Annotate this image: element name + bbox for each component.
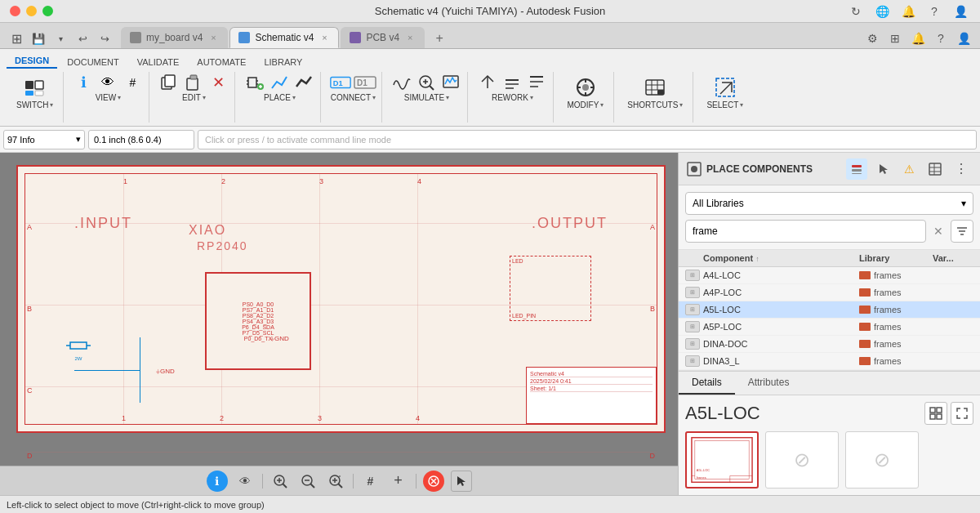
tab-my-board[interactable]: my_board v4 × (121, 27, 228, 48)
rework-annotate-button[interactable] (501, 74, 523, 91)
panel-warning-button[interactable]: ⚠ (898, 158, 920, 180)
col-variant-header[interactable]: Var... (933, 253, 973, 263)
bottom-marker-4: 4 (416, 414, 420, 422)
panel-table-button[interactable] (924, 158, 946, 180)
canvas-zoom-fit-button[interactable] (325, 471, 346, 492)
app-icon[interactable]: ⊞ (7, 29, 26, 48)
details-tab-attributes[interactable]: Attributes (735, 372, 803, 395)
canvas-stop-button[interactable] (423, 471, 444, 492)
ribbon-tab-automate[interactable]: AUTOMATE (189, 56, 254, 69)
wire-v1 (140, 337, 140, 403)
rework-arrow-button[interactable] (476, 74, 499, 91)
refresh-icon[interactable]: ↻ (846, 2, 866, 21)
place-bus-button[interactable] (292, 74, 315, 91)
grid-view-button[interactable]: # (121, 74, 144, 91)
maximize-button[interactable] (42, 6, 53, 16)
tab-schematic[interactable]: Schematic v4 × (229, 27, 339, 48)
ribbon-tab-validate[interactable]: VALIDATE (129, 56, 188, 69)
paste-button[interactable] (182, 74, 205, 91)
comp-row-a4p-loc[interactable]: ⊞ A4P-LOC frames (679, 284, 980, 301)
dropdown-icon[interactable]: ▾ (51, 29, 70, 48)
preview-3d-1[interactable]: ⊘ (765, 431, 839, 488)
preview-schematic[interactable]: A5L-LOC frames (685, 431, 759, 488)
connect-d1-alt-button[interactable]: D1 (354, 74, 376, 91)
svg-rect-43 (657, 90, 664, 95)
place-component-button[interactable] (243, 74, 266, 91)
canvas-select-button[interactable] (451, 471, 472, 492)
close-button[interactable] (10, 6, 20, 16)
profile-tab-icon[interactable]: 👤 (954, 29, 973, 48)
simulate-label: SIMULATE ▾ (404, 93, 449, 102)
svg-rect-81 (695, 441, 749, 480)
details-tab-details[interactable]: Details (679, 372, 735, 395)
panel-cursor-button[interactable] (872, 158, 893, 180)
tab-my-board-close[interactable]: × (207, 32, 219, 43)
canvas-info-button[interactable]: ℹ (207, 471, 228, 492)
switch-button[interactable]: SWITCH ▾ (11, 74, 58, 112)
help-tab-icon[interactable]: ? (931, 29, 951, 48)
details-maximize-button[interactable] (951, 402, 973, 425)
command-input[interactable]: Click or press / to activate command lin… (198, 130, 977, 149)
tab-pcb[interactable]: PCB v4 × (341, 27, 425, 48)
copy-button[interactable] (158, 74, 180, 91)
bell-icon[interactable]: 🔔 (898, 2, 918, 21)
info-selector[interactable]: 97 Info ▾ (3, 130, 85, 149)
settings-icon[interactable]: ⚙ (862, 29, 882, 48)
svg-line-50 (283, 484, 287, 488)
schematic-canvas[interactable]: 1 2 3 4 A B C D A B C D (0, 153, 678, 466)
place-wire-button[interactable] (268, 74, 291, 91)
connect-d1-button[interactable]: D1 (329, 74, 352, 91)
tab-pcb-close[interactable]: × (404, 32, 416, 43)
search-clear-button[interactable]: ✕ (929, 222, 947, 240)
library-dropdown[interactable]: All Libraries ▾ (685, 192, 973, 215)
canvas-grid-button[interactable]: # (360, 471, 381, 492)
comp-row-a5l-loc[interactable]: ⊞ A5L-LOC frames (679, 301, 980, 319)
window-controls[interactable] (10, 6, 53, 16)
rework-erc-button[interactable] (525, 74, 548, 91)
comp-row-a4l-loc[interactable]: ⊞ A4L-LOC frames (679, 267, 980, 284)
canvas-eye-button[interactable]: 👁 (234, 471, 256, 492)
help-icon[interactable]: ? (924, 2, 944, 21)
ribbon-tab-library[interactable]: LIBRARY (256, 56, 310, 69)
redo-icon[interactable]: ↪ (95, 29, 114, 48)
ribbon-tab-design[interactable]: DESIGN (7, 54, 57, 69)
grid-input[interactable]: 0.1 inch (8.6 0.4) (88, 130, 194, 149)
modify-button[interactable]: MODIFY ▾ (562, 74, 608, 112)
modify-icon (574, 76, 597, 99)
comp-lib-a5l: frames (859, 305, 933, 314)
add-tab-button[interactable]: + (430, 29, 449, 48)
comp-row-a5p-loc[interactable]: ⊞ A5P-LOC frames (679, 319, 980, 336)
search-filter-button[interactable] (951, 220, 973, 243)
panel-overflow-button[interactable]: ⋮ (951, 158, 972, 180)
svg-line-54 (310, 484, 314, 488)
delete-button[interactable]: ✕ (207, 74, 229, 91)
save-icon[interactable]: 💾 (29, 29, 48, 48)
canvas-zoom-in-button[interactable] (270, 471, 291, 492)
canvas-plus-button[interactable]: + (388, 471, 409, 492)
info-view-button[interactable]: ℹ (72, 74, 95, 91)
notifications-icon[interactable]: 🔔 (908, 29, 928, 48)
undo-icon[interactable]: ↩ (73, 29, 92, 48)
profile-icon[interactable]: 👤 (951, 2, 970, 21)
simulate-wave-button[interactable] (390, 74, 413, 91)
preview-3d-2[interactable]: ⊘ (845, 431, 919, 488)
select-button[interactable]: SELECT ▾ (702, 74, 748, 112)
row-c-left: C (27, 386, 33, 395)
world-icon[interactable]: 🌐 (872, 2, 892, 21)
simulate-search-button[interactable] (415, 74, 438, 91)
extensions-icon[interactable]: ⊞ (885, 29, 905, 48)
layers-button[interactable]: 👁 (96, 74, 119, 91)
shortcuts-button[interactable]: SHORTCUTS ▾ (622, 74, 688, 112)
comp-row-dina-doc[interactable]: ⊞ DINA-DOC frames (679, 336, 980, 353)
search-box[interactable]: frame (685, 220, 926, 243)
canvas-zoom-out-button[interactable] (297, 471, 318, 492)
details-grid-button[interactable] (924, 402, 947, 425)
col-library-header[interactable]: Library (859, 253, 933, 263)
simulate-scope-button[interactable] (439, 74, 462, 91)
minimize-button[interactable] (26, 6, 37, 16)
comp-row-dina3-l[interactable]: ⊞ DINA3_L frames (679, 353, 980, 370)
panel-layers-button[interactable] (846, 158, 867, 180)
col-component-header[interactable]: Component ↑ (703, 253, 859, 263)
ribbon-tab-document[interactable]: DOCUMENT (59, 56, 127, 69)
tab-schematic-close[interactable]: × (318, 32, 330, 43)
